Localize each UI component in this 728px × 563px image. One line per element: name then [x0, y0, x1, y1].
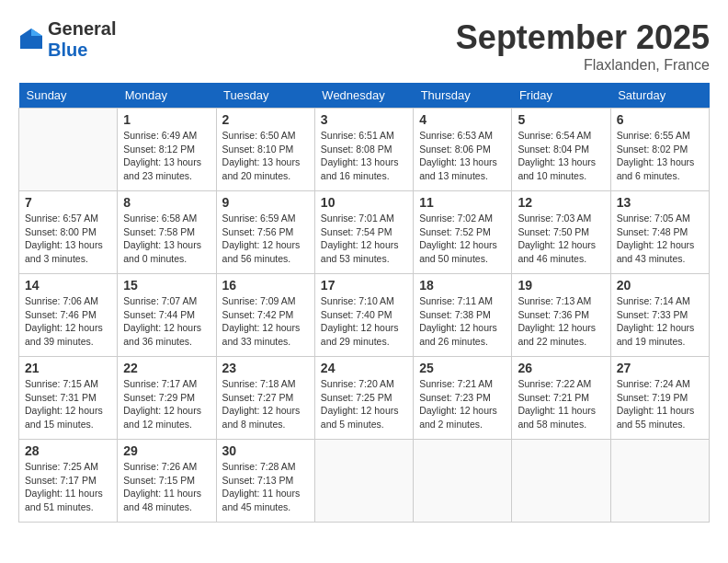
day-number: 9 [222, 195, 309, 210]
calendar-cell [19, 109, 118, 191]
calendar-cell: 17Sunrise: 7:10 AM Sunset: 7:40 PM Dayli… [314, 274, 413, 357]
weekday-header-saturday: Saturday [610, 83, 709, 109]
day-number: 1 [123, 112, 210, 127]
day-number: 28 [25, 443, 111, 458]
logo-blue: Blue [48, 40, 87, 60]
calendar-cell: 26Sunrise: 7:22 AM Sunset: 7:21 PM Dayli… [512, 357, 610, 440]
day-number: 18 [419, 278, 506, 293]
calendar-cell: 16Sunrise: 7:09 AM Sunset: 7:42 PM Dayli… [216, 274, 314, 357]
calendar-cell: 6Sunrise: 6:55 AM Sunset: 8:02 PM Daylig… [610, 109, 709, 191]
day-info: Sunrise: 7:09 AM Sunset: 7:42 PM Dayligh… [222, 294, 309, 349]
calendar-cell: 8Sunrise: 6:58 AM Sunset: 7:58 PM Daylig… [118, 191, 216, 274]
calendar-cell: 1Sunrise: 6:49 AM Sunset: 8:12 PM Daylig… [118, 109, 216, 191]
calendar-cell: 28Sunrise: 7:25 AM Sunset: 7:17 PM Dayli… [19, 440, 118, 523]
day-number: 16 [222, 278, 309, 293]
title-area: September 2025 Flaxlanden, France [456, 18, 710, 74]
day-number: 22 [123, 361, 210, 375]
calendar-cell: 4Sunrise: 6:53 AM Sunset: 8:06 PM Daylig… [414, 109, 512, 191]
day-info: Sunrise: 7:21 AM Sunset: 7:23 PM Dayligh… [419, 377, 506, 431]
day-number: 30 [222, 443, 309, 458]
day-info: Sunrise: 7:03 AM Sunset: 7:50 PM Dayligh… [518, 212, 604, 266]
calendar-cell: 29Sunrise: 7:26 AM Sunset: 7:15 PM Dayli… [118, 440, 216, 523]
calendar-cell: 2Sunrise: 6:50 AM Sunset: 8:10 PM Daylig… [216, 109, 314, 191]
weekday-header-row: SundayMondayTuesdayWednesdayThursdayFrid… [19, 83, 710, 109]
day-info: Sunrise: 6:59 AM Sunset: 7:56 PM Dayligh… [222, 212, 309, 266]
day-number: 4 [419, 112, 506, 127]
day-info: Sunrise: 6:55 AM Sunset: 8:02 PM Dayligh… [617, 129, 703, 183]
day-info: Sunrise: 7:22 AM Sunset: 7:21 PM Dayligh… [518, 377, 604, 431]
week-row-5: 28Sunrise: 7:25 AM Sunset: 7:17 PM Dayli… [19, 440, 710, 523]
calendar-cell: 19Sunrise: 7:13 AM Sunset: 7:36 PM Dayli… [512, 274, 610, 357]
calendar-cell: 23Sunrise: 7:18 AM Sunset: 7:27 PM Dayli… [216, 357, 314, 440]
calendar-cell: 5Sunrise: 6:54 AM Sunset: 8:04 PM Daylig… [512, 109, 610, 191]
day-info: Sunrise: 7:01 AM Sunset: 7:54 PM Dayligh… [321, 212, 407, 266]
day-info: Sunrise: 7:15 AM Sunset: 7:31 PM Dayligh… [25, 377, 111, 431]
day-info: Sunrise: 7:20 AM Sunset: 7:25 PM Dayligh… [321, 377, 407, 431]
calendar-cell: 11Sunrise: 7:02 AM Sunset: 7:52 PM Dayli… [414, 191, 512, 274]
day-info: Sunrise: 6:50 AM Sunset: 8:10 PM Dayligh… [222, 129, 309, 183]
calendar-cell [414, 440, 512, 523]
day-number: 24 [321, 361, 407, 375]
day-number: 29 [123, 443, 210, 458]
day-number: 14 [25, 278, 111, 293]
calendar-cell: 24Sunrise: 7:20 AM Sunset: 7:25 PM Dayli… [314, 357, 413, 440]
calendar-cell: 25Sunrise: 7:21 AM Sunset: 7:23 PM Dayli… [414, 357, 512, 440]
day-info: Sunrise: 6:53 AM Sunset: 8:06 PM Dayligh… [419, 129, 506, 183]
week-row-4: 21Sunrise: 7:15 AM Sunset: 7:31 PM Dayli… [19, 357, 710, 440]
calendar-cell: 15Sunrise: 7:07 AM Sunset: 7:44 PM Dayli… [118, 274, 216, 357]
day-number: 19 [518, 278, 604, 293]
day-info: Sunrise: 7:13 AM Sunset: 7:36 PM Dayligh… [518, 294, 604, 349]
logo-general: General [48, 18, 116, 39]
calendar-cell: 18Sunrise: 7:11 AM Sunset: 7:38 PM Dayli… [414, 274, 512, 357]
day-info: Sunrise: 6:57 AM Sunset: 8:00 PM Dayligh… [25, 212, 111, 266]
day-number: 20 [617, 278, 703, 293]
day-info: Sunrise: 7:07 AM Sunset: 7:44 PM Dayligh… [123, 294, 210, 349]
day-info: Sunrise: 7:10 AM Sunset: 7:40 PM Dayligh… [321, 294, 407, 349]
day-number: 3 [321, 112, 407, 127]
day-info: Sunrise: 7:02 AM Sunset: 7:52 PM Dayligh… [419, 212, 506, 266]
calendar-cell: 10Sunrise: 7:01 AM Sunset: 7:54 PM Dayli… [314, 191, 413, 274]
calendar-cell: 14Sunrise: 7:06 AM Sunset: 7:46 PM Dayli… [19, 274, 118, 357]
day-number: 7 [25, 195, 111, 210]
calendar-cell: 13Sunrise: 7:05 AM Sunset: 7:48 PM Dayli… [610, 191, 709, 274]
week-row-1: 1Sunrise: 6:49 AM Sunset: 8:12 PM Daylig… [19, 109, 710, 191]
day-number: 11 [419, 195, 506, 210]
day-info: Sunrise: 7:25 AM Sunset: 7:17 PM Dayligh… [25, 460, 111, 514]
calendar-cell [314, 440, 413, 523]
logo-icon [18, 27, 44, 52]
day-number: 5 [518, 112, 604, 127]
day-number: 25 [419, 361, 506, 375]
day-number: 8 [123, 195, 210, 210]
weekday-header-thursday: Thursday [414, 83, 512, 109]
location-title: Flaxlanden, France [456, 57, 710, 74]
svg-marker-1 [31, 29, 42, 36]
day-info: Sunrise: 7:11 AM Sunset: 7:38 PM Dayligh… [419, 294, 506, 349]
week-row-3: 14Sunrise: 7:06 AM Sunset: 7:46 PM Dayli… [19, 274, 710, 357]
day-info: Sunrise: 6:49 AM Sunset: 8:12 PM Dayligh… [123, 129, 210, 183]
header: General Blue September 2025 Flaxlanden, … [18, 18, 710, 74]
calendar-cell: 22Sunrise: 7:17 AM Sunset: 7:29 PM Dayli… [118, 357, 216, 440]
day-info: Sunrise: 6:58 AM Sunset: 7:58 PM Dayligh… [123, 212, 210, 266]
calendar-cell: 20Sunrise: 7:14 AM Sunset: 7:33 PM Dayli… [610, 274, 709, 357]
day-number: 2 [222, 112, 309, 127]
day-number: 27 [617, 361, 703, 375]
calendar-cell [512, 440, 610, 523]
day-info: Sunrise: 7:26 AM Sunset: 7:15 PM Dayligh… [123, 460, 210, 514]
calendar-cell: 3Sunrise: 6:51 AM Sunset: 8:08 PM Daylig… [314, 109, 413, 191]
day-info: Sunrise: 6:54 AM Sunset: 8:04 PM Dayligh… [518, 129, 604, 183]
weekday-header-monday: Monday [118, 83, 216, 109]
day-info: Sunrise: 7:14 AM Sunset: 7:33 PM Dayligh… [617, 294, 703, 349]
calendar-table: SundayMondayTuesdayWednesdayThursdayFrid… [18, 83, 710, 523]
day-number: 12 [518, 195, 604, 210]
weekday-header-sunday: Sunday [19, 83, 118, 109]
day-info: Sunrise: 7:28 AM Sunset: 7:13 PM Dayligh… [222, 460, 309, 514]
day-number: 13 [617, 195, 703, 210]
calendar-cell: 12Sunrise: 7:03 AM Sunset: 7:50 PM Dayli… [512, 191, 610, 274]
weekday-header-wednesday: Wednesday [314, 83, 413, 109]
weekday-header-friday: Friday [512, 83, 610, 109]
day-number: 6 [617, 112, 703, 127]
day-number: 15 [123, 278, 210, 293]
week-row-2: 7Sunrise: 6:57 AM Sunset: 8:00 PM Daylig… [19, 191, 710, 274]
month-title: September 2025 [456, 18, 710, 57]
day-number: 17 [321, 278, 407, 293]
